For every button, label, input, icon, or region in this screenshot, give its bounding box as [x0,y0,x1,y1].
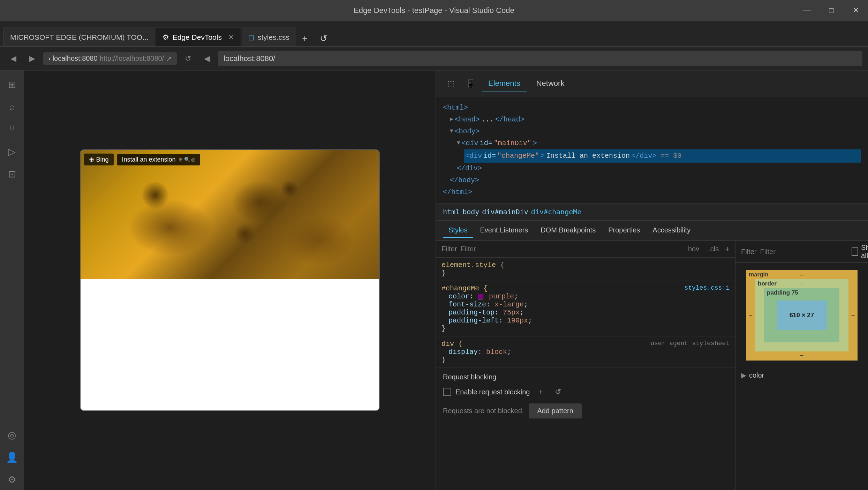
devtools-panel: ⬚ 📱 Elements Network <html> ▶ <head> ...… [436,70,868,490]
filter-label: Filter [441,245,457,253]
nav-address-left[interactable]: ◀ [199,51,214,66]
breadcrumb-maindiv[interactable]: div#mainDiv [482,208,528,216]
close-button[interactable]: ✕ [844,0,868,21]
tab-network[interactable]: Network [530,76,571,91]
tab-edge[interactable]: MICROSOFT EDGE (CHROMIUM) TOO... [3,28,155,46]
subtab-properties[interactable]: Properties [603,223,646,238]
css-prop-padding-top: padding-top: 75px; [441,309,730,317]
box-model-diagram: margin – – – – border – [735,263,868,368]
styles-css-link[interactable]: styles.css:1 [684,284,730,291]
subtab-event-listeners[interactable]: Event Listeners [474,223,534,238]
color-section-header[interactable]: ▶ color [741,371,862,379]
external-link-icon[interactable]: ↗ [166,54,172,63]
dom-line-maindiv[interactable]: ▼ <div id="mainDiv" > [443,138,861,149]
maximize-button[interactable]: □ [819,0,844,21]
dom-line-head[interactable]: ▶ <head> ... </head> [443,114,861,126]
show-all-checkbox[interactable] [852,247,858,256]
breadcrumb-html[interactable]: html [443,208,460,216]
color-section-label: color [749,371,764,379]
styles-filter-input[interactable] [460,245,680,253]
styles-rules-panel: Filter :hov .cls + element.style { } #ch… [436,241,735,490]
tab-devtools-icon: ⚙ [163,33,169,42]
css-prop-padding-left: padding-left: 190px; [441,317,730,325]
install-ext-label: Install an extension [122,156,176,163]
frog-image-overlay [81,150,379,279]
user-agent-comment: user agent stylesheet [650,340,730,347]
minimize-button[interactable]: — [795,0,819,21]
margin-left-val: – [749,312,752,319]
subtab-accessibility[interactable]: Accessibility [647,223,696,238]
subtab-dom-breakpoints[interactable]: DOM Breakpoints [535,223,601,238]
account-icon[interactable]: 👤 [1,447,22,468]
edge-browser-icon[interactable]: ◎ [1,424,22,445]
install-extension-button[interactable]: Install an extension ⊞ 🔍 ◎ [117,154,201,165]
address-text: localhost:8080/ [224,54,275,63]
add-blocking-pattern-icon-button[interactable]: + [534,385,547,399]
new-tab-button[interactable]: + [297,30,313,46]
tab-devtools-close-icon[interactable]: ✕ [228,33,234,42]
breadcrumb-changeme[interactable]: div#changeMe [531,208,582,216]
breadcrumb-host: localhost:8080 [53,54,98,62]
devtools-inspect-icon[interactable]: ⬚ [443,76,459,92]
dom-line-close-body: </body> [443,175,861,186]
margin-label: margin [749,271,769,278]
browser-image: ⊕ Bing Install an extension ⊞ 🔍 ◎ [81,150,379,279]
dom-line-changeme[interactable]: <div id="changeMe" > Install an extensio… [443,149,861,163]
tab-edge-label: MICROSOFT EDGE (CHROMIUM) TOO... [10,33,149,42]
main-layout: ⊞ ⌕ ⑂ ▷ ⊡ ◎ 👤 ⚙ ⊕ Bing Install an extens… [0,70,868,490]
extensions-icon[interactable]: ⊡ [1,163,22,184]
add-pattern-button[interactable]: Add pattern [529,403,581,418]
sub-tabs: Styles Event Listeners DOM Breakpoints P… [436,221,868,241]
ext-icons: ⊞ 🔍 ◎ [179,157,196,162]
css-prop-display: display: block; [441,348,730,356]
refresh-blocking-button[interactable]: ↺ [551,385,565,399]
styles-content: Filter :hov .cls + element.style { } #ch… [436,241,868,490]
explorer-icon[interactable]: ⊞ [1,74,22,95]
enable-request-blocking-checkbox[interactable] [443,388,451,396]
window-title: Edge DevTools - testPage - Visual Studio… [354,6,514,15]
subtab-styles[interactable]: Styles [443,223,473,238]
show-all-row: Show all [852,244,868,260]
computed-filter-input[interactable] [760,248,848,256]
tab-elements[interactable]: Elements [482,76,527,91]
dom-line-close-maindiv: </div> [443,163,861,175]
nav-refresh-button[interactable]: ↺ [180,51,196,66]
computed-panel: Filter Show all margin – – [735,241,868,490]
tab-styles[interactable]: ◻ styles.css [242,28,296,46]
box-model: margin – – – – border – [746,270,858,361]
dom-line-body[interactable]: ▼ <body> [443,126,861,138]
request-blocking-label: Request blocking [443,373,496,381]
preview-pane: ⊕ Bing Install an extension ⊞ 🔍 ◎ [24,70,436,490]
reload-button[interactable]: ↺ [316,30,332,46]
address-input[interactable]: localhost:8080/ [218,51,862,66]
chevron-right-icon: › [48,54,51,62]
show-all-label: Show all [861,244,868,260]
source-control-icon[interactable]: ⑂ [1,119,22,140]
breadcrumb-path-text: http://localhost:8080/ [100,54,164,62]
browser-toolbar: ⊕ Bing Install an extension ⊞ 🔍 ◎ [84,154,201,165]
nav-back-button[interactable]: ◀ [6,51,21,66]
tab-bar: MICROSOFT EDGE (CHROMIUM) TOO... ⚙ Edge … [0,21,868,47]
devtools-device-icon[interactable]: 📱 [462,76,478,92]
breadcrumb[interactable]: › localhost:8080 http://localhost:8080/ … [43,52,177,65]
window-controls: — □ ✕ [795,0,868,21]
breadcrumb-body[interactable]: body [462,208,479,216]
color-swatch-purple[interactable] [478,294,483,299]
search-icon[interactable]: ⌕ [1,96,22,117]
settings-icon[interactable]: ⚙ [1,469,22,490]
cls-button[interactable]: .cls [705,244,722,254]
margin-bottom-val: – [800,352,803,359]
bm-content: 610 × 27 [777,300,827,330]
margin-right-val: – [852,312,855,319]
nav-forward-button[interactable]: ▶ [24,51,40,66]
request-blocking-status-row: Requests are not blocked. Add pattern [443,403,728,418]
hov-button[interactable]: :hov [683,244,702,254]
bing-button[interactable]: ⊕ Bing [84,154,114,165]
tab-devtools-label: Edge DevTools [173,33,222,42]
css-rule-div: div { user agent stylesheet display: blo… [436,336,735,368]
tab-devtools[interactable]: ⚙ Edge DevTools ✕ [156,28,241,46]
add-rule-button[interactable]: + [725,245,730,254]
run-debug-icon[interactable]: ▷ [1,141,22,162]
css-prop-font-size: font-size: x-large; [441,300,730,309]
css-prop-color: color: purple; [441,292,730,300]
